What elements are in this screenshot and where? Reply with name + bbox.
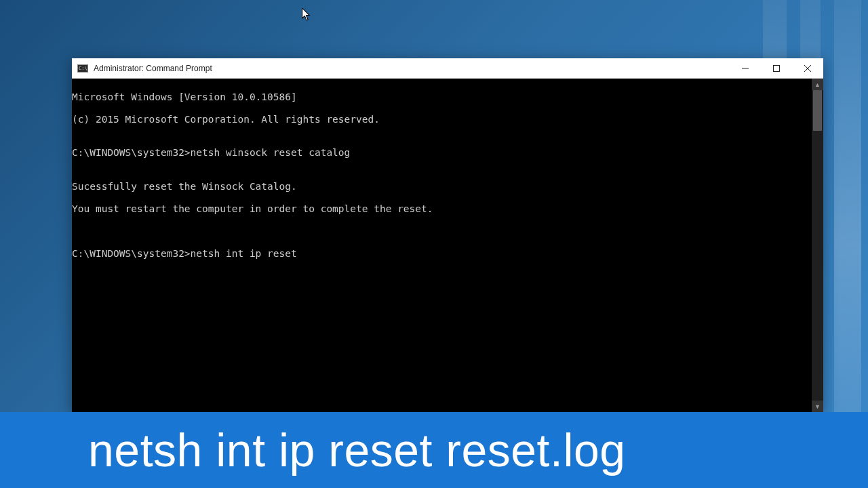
- terminal-line: Microsoft Windows [Version 10.0.10586]: [72, 92, 812, 103]
- maximize-button[interactable]: [761, 58, 792, 78]
- caption-text: netsh int ip reset reset.log: [88, 424, 626, 476]
- terminal-line: (c) 2015 Microsoft Corporation. All righ…: [72, 114, 812, 125]
- scroll-track[interactable]: [812, 90, 823, 401]
- close-button[interactable]: [792, 58, 823, 78]
- svg-rect-1: [774, 65, 780, 71]
- command-prompt-window: C:\ Administrator: Command Prompt Micros…: [72, 58, 823, 412]
- terminal-line: You must restart the computer in order t…: [72, 203, 812, 215]
- window-title: Administrator: Command Prompt: [94, 64, 730, 73]
- minimize-button[interactable]: [730, 58, 761, 78]
- cmd-icon: C:\: [77, 64, 88, 73]
- mouse-cursor-icon: [302, 8, 311, 22]
- scroll-up-button[interactable]: ▲: [812, 79, 823, 90]
- scroll-down-button[interactable]: ▼: [812, 401, 823, 412]
- terminal-output[interactable]: Microsoft Windows [Version 10.0.10586] (…: [72, 79, 812, 412]
- caption-overlay: netsh int ip reset reset.log: [0, 412, 868, 488]
- window-titlebar[interactable]: C:\ Administrator: Command Prompt: [72, 58, 823, 79]
- scroll-thumb[interactable]: [813, 90, 822, 131]
- terminal-line: Sucessfully reset the Winsock Catalog.: [72, 181, 812, 192]
- terminal-line: C:\WINDOWS\system32>netsh int ip reset: [72, 248, 812, 260]
- window-controls: [730, 58, 823, 78]
- terminal-line: C:\WINDOWS\system32>netsh winsock reset …: [72, 147, 812, 159]
- terminal-scrollbar[interactable]: ▲ ▼: [812, 79, 823, 412]
